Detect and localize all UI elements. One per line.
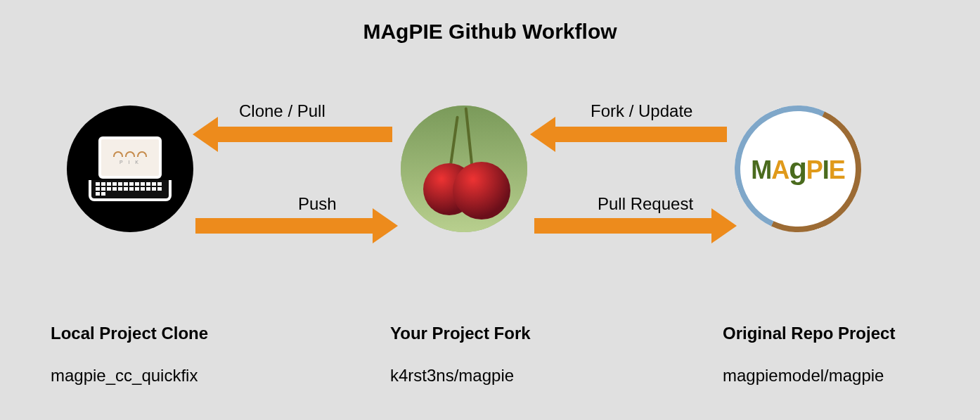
caption-origin-sub: magpiemodel/magpie	[723, 366, 884, 386]
node-your-fork	[401, 106, 527, 232]
label-pull-request: Pull Request	[598, 194, 693, 214]
node-original-repo: MAgPIE	[735, 106, 861, 232]
pik-label: P I K	[120, 160, 141, 165]
caption-origin-heading: Original Repo Project	[723, 324, 895, 343]
caption-local-sub: magpie_cc_quickfix	[51, 366, 198, 386]
laptop-keyboard	[89, 180, 172, 201]
cherries-icon	[401, 106, 527, 232]
arrow-pull-request	[534, 218, 713, 234]
node-local-clone: P I K	[67, 106, 193, 232]
magpie-ring-icon	[717, 88, 879, 250]
label-fork-update: Fork / Update	[591, 101, 692, 121]
caption-local-heading: Local Project Clone	[51, 324, 208, 343]
label-clone-pull: Clone / Pull	[239, 101, 325, 121]
laptop-icon: P I K	[91, 136, 169, 201]
arrow-fork-update	[554, 127, 727, 142]
caption-fork-sub: k4rst3ns/magpie	[390, 366, 514, 386]
caption-fork-heading: Your Project Fork	[390, 324, 531, 343]
laptop-screen: P I K	[98, 136, 162, 179]
pik-arches	[113, 151, 147, 157]
arrow-clone-pull	[217, 127, 392, 142]
label-push: Push	[298, 194, 337, 214]
arrow-push	[195, 218, 374, 234]
diagram-title: MAgPIE Github Workflow	[0, 20, 980, 44]
